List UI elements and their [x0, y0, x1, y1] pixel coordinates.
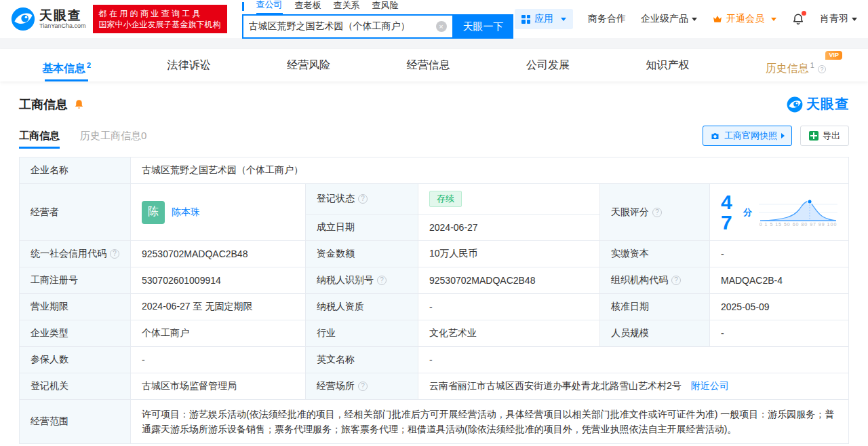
term-value: 2024-06-27 至 无固定期限 [131, 294, 306, 320]
score-label: 天眼评分? [600, 184, 710, 241]
search-area: 查公司 查老板 查关系 查风险 × 天眼一下 [242, 0, 513, 39]
help-icon[interactable]: ? [818, 65, 826, 73]
clear-search-icon[interactable]: × [436, 21, 447, 32]
authority-value: 古城区市场监督管理局 [131, 373, 306, 400]
user-menu[interactable]: 肖青羽 [820, 13, 857, 25]
reg-status-value: 存续 [418, 184, 600, 215]
company-nav-tabs: 基本信息2 法律诉讼 经营风险 经营信息 公司发展 知识产权 历史信息1? VI… [0, 49, 868, 81]
enterprise-label: 企业级产品 [641, 13, 688, 25]
search-tab-relation[interactable]: 查关系 [334, 0, 360, 14]
tab-history-info[interactable]: 历史信息1? VIP [766, 49, 826, 81]
help-icon[interactable]: ? [671, 276, 681, 285]
table-row: 工商注册号 530702601009914 纳税人识别号? 92530702MA… [20, 267, 849, 294]
chevron-down-icon [692, 18, 697, 21]
company-type-label: 企业类型 [20, 320, 131, 347]
tab-label: 公司发展 [526, 59, 570, 71]
reg-no-label: 工商注册号 [20, 267, 131, 294]
tax-quality-label: 纳税人资质 [306, 294, 418, 320]
tab-label: 法律诉讼 [167, 59, 211, 71]
search-input[interactable] [249, 21, 436, 32]
header-divider [0, 38, 868, 49]
search-tab-risk[interactable]: 查风险 [372, 0, 399, 14]
tax-id-value: 92530702MADQAC2B48 [418, 267, 600, 294]
tab-count: 1 [810, 61, 814, 69]
menu-enterprise[interactable]: 企业级产品 [641, 13, 697, 25]
tab-label: 经营信息 [406, 59, 450, 71]
industry-value: 文化艺术业 [418, 320, 600, 347]
vip-badge: VIP [825, 51, 842, 60]
vip-label: 开通会员 [726, 13, 764, 25]
official-snapshot-button[interactable]: 工商官网快照 [703, 126, 792, 146]
eye-logo-icon [11, 7, 35, 31]
en-name-value: - [418, 347, 849, 373]
tianyancha-watermark: 天眼查 [787, 95, 849, 113]
promo-banner: 都 在 用 的 商 业 查 询 工 具 国家中小企业发展子基金旗下机构 [93, 5, 227, 33]
menu-open-vip[interactable]: 开通会员 [712, 13, 776, 25]
chevron-down-icon [852, 18, 857, 21]
established-label: 成立日期 [306, 215, 418, 241]
credit-code-label: 统一社会信用代码? [20, 241, 131, 267]
tab-label: 经营风险 [287, 59, 330, 71]
score-axis-ticks: 0 1 5 15 50 60 80 97 99 100 [759, 222, 837, 227]
tax-quality-value: - [418, 294, 600, 320]
status-badge: 存续 [429, 191, 462, 207]
menu-cooperation[interactable]: 商务合作 [588, 13, 626, 25]
help-icon[interactable]: ? [652, 208, 662, 217]
table-row: 经营范围 许可项目：游艺娱乐活动(依法须经批准的项目，经相关部门批准后方可开展经… [20, 400, 849, 444]
search-button[interactable]: 天眼一下 [454, 14, 513, 39]
reg-no-value: 530702601009914 [131, 267, 306, 294]
nearby-companies-link[interactable]: 附近公司 [691, 380, 729, 391]
operator-name-link[interactable]: 陈本珠 [172, 206, 200, 219]
reg-status-label: 登记状态? [306, 184, 418, 215]
premises-value: 云南省丽江市古城区西安街道办事处青龙北路雪山艺术村2号 附近公司 [418, 373, 849, 400]
operator-avatar[interactable]: 陈 [142, 201, 165, 224]
help-icon[interactable]: ? [358, 194, 368, 204]
tab-operating-risk[interactable]: 经营风险 [287, 49, 330, 81]
subscribe-bell-icon[interactable] [73, 98, 85, 110]
crown-icon [712, 14, 723, 24]
label-text: 纳税人识别号 [317, 274, 374, 285]
notifications-bell-icon[interactable] [791, 12, 805, 26]
tab-label: 基本信息 [42, 62, 85, 74]
tab-intellectual-property[interactable]: 知识产权 [646, 49, 689, 81]
org-code-value: MADQAC2B-4 [710, 267, 849, 294]
search-tab-boss[interactable]: 查老板 [295, 0, 321, 14]
search-tab-company[interactable]: 查公司 [256, 0, 283, 14]
term-label: 营业期限 [20, 294, 131, 320]
notification-dot [802, 11, 806, 16]
subtab-business-info[interactable]: 工商信息 [19, 130, 60, 143]
tab-legal[interactable]: 法律诉讼 [167, 49, 211, 81]
premises-label: 经营场所? [306, 373, 418, 400]
company-name-value: 古城区荒野之国艺术园（个体工商户） [131, 157, 849, 184]
table-row: 统一社会信用代码? 92530702MADQAC2B48 资金数额 10万人民币… [20, 241, 849, 267]
industry-label: 行业 [306, 320, 418, 347]
label-text: 天眼评分 [611, 206, 649, 217]
export-button[interactable]: 导出 [800, 126, 849, 146]
help-icon[interactable]: ? [377, 276, 387, 285]
score-value: 47 分 0 1 5 15 50 60 80 97 99 100 [710, 184, 849, 241]
business-scope-value: 许可项目：游艺娱乐活动(依法须经批准的项目，经相关部门批准后方可开展经营活动，具… [131, 400, 849, 444]
approval-date-label: 核准日期 [600, 294, 710, 320]
table-row: 参保人数 - 英文名称 - [20, 347, 849, 373]
subtab-history-business-info[interactable]: 历史工商信息0 [80, 130, 146, 143]
help-icon[interactable]: ? [358, 382, 368, 391]
tab-operating-info[interactable]: 经营信息 [406, 49, 450, 81]
help-icon[interactable]: ? [110, 249, 119, 259]
insured-value: - [131, 347, 306, 373]
score-number: 47 [721, 192, 736, 233]
insured-label: 参保人数 [20, 347, 131, 373]
tab-company-development[interactable]: 公司发展 [526, 49, 570, 81]
tab-label: 知识产权 [646, 59, 689, 71]
org-code-label: 组织机构代码? [600, 267, 710, 294]
approval-date-value: 2025-05-09 [710, 294, 849, 320]
apps-menu-button[interactable]: 应用 [515, 9, 573, 29]
table-row: 企业类型 个体工商户 行业 文化艺术业 人员规模 - [20, 320, 849, 347]
tab-basic-info[interactable]: 基本信息2 [42, 49, 91, 81]
section-title: 工商信息 [19, 96, 68, 113]
active-tab-bar [242, 2, 244, 11]
paid-capital-label: 实缴资本 [600, 241, 710, 267]
established-value: 2024-06-27 [418, 215, 600, 241]
premises-address: 云南省丽江市古城区西安街道办事处青龙北路雪山艺术村2号 [429, 380, 682, 391]
excel-icon [809, 131, 818, 141]
tianyancha-logo[interactable]: 天眼查 TianYanCha.com [11, 7, 86, 31]
